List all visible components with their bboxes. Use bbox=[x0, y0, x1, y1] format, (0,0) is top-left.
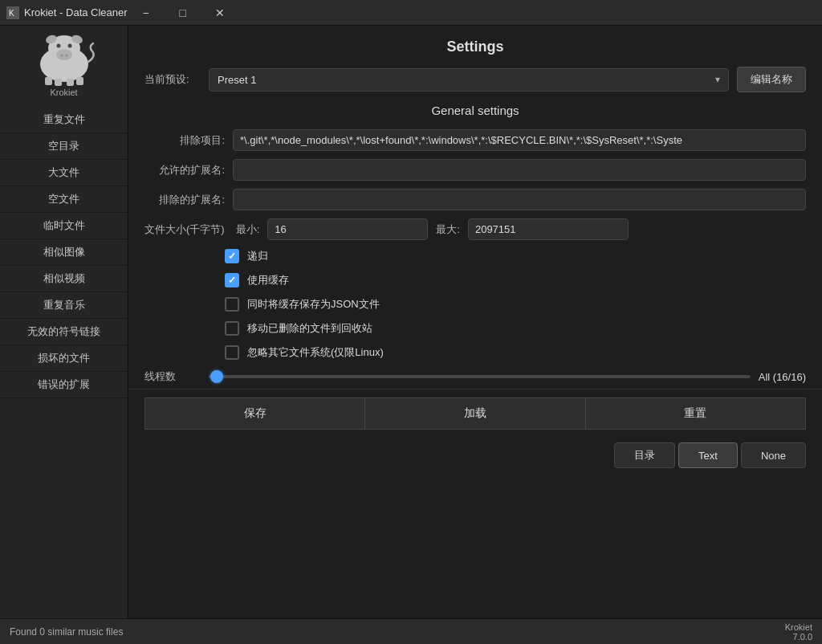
sidebar-item-broken-files[interactable]: 损坏的文件 bbox=[0, 345, 128, 372]
use-cache-checkbox[interactable] bbox=[225, 273, 239, 287]
preset-dropdown[interactable]: Preset 1 ▾ bbox=[209, 68, 729, 92]
save-cache-json-label: 同时将缓存保存为JSON文件 bbox=[247, 297, 380, 312]
thread-slider-thumb[interactable] bbox=[210, 370, 223, 383]
app-container: Krokiet 重复文件 空目录 大文件 空文件 临时文件 相似图像 相似视频 bbox=[0, 26, 822, 644]
app-logo bbox=[32, 34, 96, 86]
svg-rect-11 bbox=[45, 77, 52, 85]
filesize-label: 文件大小(千字节) bbox=[144, 222, 225, 237]
filesize-min-label: 最小: bbox=[236, 222, 260, 237]
filesize-max-input[interactable] bbox=[468, 218, 629, 240]
svg-point-4 bbox=[56, 49, 72, 60]
sidebar-item-temp-files[interactable]: 临时文件 bbox=[0, 213, 128, 239]
excluded-ext-label: 排除的扩展名: bbox=[144, 193, 225, 207]
svg-text:K: K bbox=[9, 9, 14, 18]
minimize-button[interactable]: − bbox=[128, 0, 165, 26]
ignore-other-fs-checkbox[interactable] bbox=[225, 345, 239, 360]
svg-point-5 bbox=[56, 44, 60, 48]
recursive-row: 递归 bbox=[128, 244, 822, 268]
exclude-input[interactable] bbox=[233, 129, 806, 151]
sidebar-item-empty-files[interactable]: 空文件 bbox=[0, 186, 128, 213]
filesize-max-label: 最大: bbox=[436, 222, 460, 237]
svg-rect-14 bbox=[76, 77, 83, 85]
use-cache-label: 使用缓存 bbox=[247, 273, 289, 287]
app-icon: K bbox=[6, 6, 19, 19]
maximize-button[interactable]: □ bbox=[165, 0, 201, 26]
allowed-ext-label: 允许的扩展名: bbox=[144, 163, 225, 177]
content-area: Krokiet 重复文件 空目录 大文件 空文件 临时文件 相似图像 相似视频 bbox=[0, 26, 822, 618]
settings-title: Settings bbox=[128, 26, 822, 62]
save-cache-json-checkbox[interactable] bbox=[225, 297, 239, 312]
preset-value: Preset 1 bbox=[218, 74, 256, 86]
thread-label: 线程数 bbox=[144, 369, 201, 384]
main-panel: Settings 当前预设: Preset 1 ▾ 编辑名称 General s… bbox=[128, 26, 822, 618]
sidebar-item-similar-videos[interactable]: 相似视频 bbox=[0, 266, 128, 292]
sidebar: Krokiet 重复文件 空目录 大文件 空文件 临时文件 相似图像 相似视频 bbox=[0, 26, 128, 618]
tab-none[interactable]: None bbox=[741, 442, 806, 468]
sidebar-item-large-files[interactable]: 大文件 bbox=[0, 160, 128, 186]
allowed-ext-row: 允许的扩展名: bbox=[128, 155, 822, 185]
exclude-label: 排除项目: bbox=[144, 133, 225, 148]
titlebar-title: Krokiet - Data Cleaner bbox=[24, 6, 128, 18]
svg-point-7 bbox=[60, 54, 63, 57]
tab-directory[interactable]: 目录 bbox=[614, 442, 675, 468]
ignore-other-fs-label: 忽略其它文件系统(仅限Linux) bbox=[247, 345, 384, 360]
reset-button[interactable]: 重置 bbox=[585, 397, 806, 430]
load-button[interactable]: 加载 bbox=[364, 397, 584, 430]
svg-rect-12 bbox=[55, 79, 62, 86]
action-buttons: 保存 加载 重置 bbox=[128, 389, 822, 438]
logo-area: Krokiet bbox=[32, 34, 96, 97]
thread-slider[interactable] bbox=[209, 375, 751, 378]
svg-point-6 bbox=[67, 44, 71, 48]
status-text: Found 0 similar music files bbox=[10, 626, 123, 638]
move-recycle-row: 移动已删除的文件到回收站 bbox=[128, 316, 822, 340]
excluded-ext-input[interactable] bbox=[233, 189, 806, 210]
thread-value: All (16/16) bbox=[759, 371, 806, 383]
ignore-other-fs-row: 忽略其它文件系统(仅限Linux) bbox=[128, 340, 822, 365]
logo-label: Krokiet bbox=[50, 88, 77, 97]
sidebar-item-similar-images[interactable]: 相似图像 bbox=[0, 239, 128, 266]
tab-text[interactable]: Text bbox=[678, 442, 738, 468]
edit-name-button[interactable]: 编辑名称 bbox=[737, 67, 806, 92]
sidebar-item-bad-extensions[interactable]: 错误的扩展 bbox=[0, 372, 128, 398]
save-cache-json-row: 同时将缓存保存为JSON文件 bbox=[128, 292, 822, 316]
recursive-checkbox[interactable] bbox=[225, 249, 239, 263]
sidebar-item-duplicate-files[interactable]: 重复文件 bbox=[0, 107, 128, 133]
recursive-label: 递归 bbox=[247, 249, 268, 263]
filesize-min-input[interactable] bbox=[267, 218, 428, 240]
statusbar: Found 0 similar music files Krokiet 7.0.… bbox=[0, 618, 822, 644]
save-button[interactable]: 保存 bbox=[144, 397, 364, 430]
allowed-ext-input[interactable] bbox=[233, 159, 806, 181]
titlebar: K Krokiet - Data Cleaner − □ ✕ bbox=[0, 0, 822, 26]
preset-label: 当前预设: bbox=[144, 72, 201, 87]
excluded-ext-row: 排除的扩展名: bbox=[128, 185, 822, 214]
sidebar-item-invalid-symlinks[interactable]: 无效的符号链接 bbox=[0, 319, 128, 345]
svg-rect-13 bbox=[67, 79, 74, 86]
version-badge: Krokiet 7.0.0 bbox=[785, 622, 812, 642]
exclude-row: 排除项目: bbox=[128, 125, 822, 155]
svg-point-8 bbox=[65, 54, 68, 57]
general-settings-header: General settings bbox=[128, 97, 822, 125]
chevron-down-icon: ▾ bbox=[715, 74, 720, 85]
thread-row: 线程数 All (16/16) bbox=[128, 365, 822, 389]
preset-row: 当前预设: Preset 1 ▾ 编辑名称 bbox=[128, 62, 822, 97]
close-button[interactable]: ✕ bbox=[201, 0, 238, 26]
sidebar-item-duplicate-music[interactable]: 重复音乐 bbox=[0, 292, 128, 319]
move-recycle-label: 移动已删除的文件到回收站 bbox=[247, 321, 372, 336]
sidebar-item-empty-dirs[interactable]: 空目录 bbox=[0, 133, 128, 160]
filesize-row: 文件大小(千字节) 最小: 最大: bbox=[128, 214, 822, 244]
bottom-tabs: 目录 Text None bbox=[128, 438, 822, 473]
use-cache-row: 使用缓存 bbox=[128, 268, 822, 292]
move-recycle-checkbox[interactable] bbox=[225, 321, 239, 336]
